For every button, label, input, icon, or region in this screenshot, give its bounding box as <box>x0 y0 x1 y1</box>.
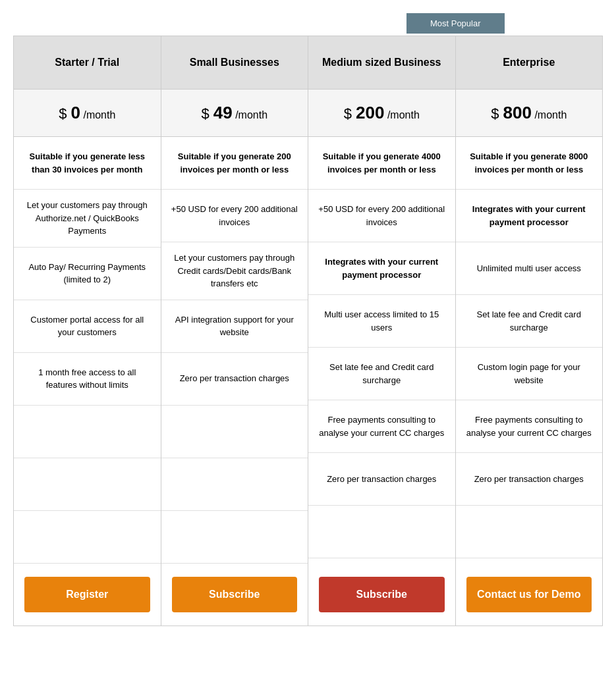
empty-banner: x <box>505 13 603 36</box>
price-period: /month <box>80 109 115 120</box>
col-price-small: $ 49 /month <box>161 89 308 137</box>
col-starter: Starter / Trial$ 0 /monthSuitable if you… <box>14 36 161 625</box>
feature-row-starter-0: Suitable if you generate less than 30 in… <box>14 137 161 190</box>
feature-row-small-4: Zero per transaction charges <box>161 353 308 406</box>
col-enterprise: Enterprise$ 800 /monthSuitable if you ge… <box>456 36 603 625</box>
col-price-medium: $ 200 /month <box>308 89 455 137</box>
feature-row-enterprise-0: Suitable if you generate 8000 invoices p… <box>456 137 603 190</box>
col-medium: Medium sized Business$ 200 /monthSuitabl… <box>308 36 456 625</box>
btn-row-enterprise: Contact us for Demo <box>456 564 603 625</box>
feature-row-starter-2: Auto Pay/ Recurring Payments (limited to… <box>14 248 161 300</box>
feature-row-medium-0: Suitable if you generate 4000 invoices p… <box>308 137 455 190</box>
price-amount: 200 <box>356 103 384 122</box>
price-symbol: $ <box>201 105 213 122</box>
price-period: /month <box>384 109 419 120</box>
feature-row-enterprise-2: Unlimited multi user access <box>456 242 603 295</box>
feature-row-medium-1: +50 USD for every 200 additional invoice… <box>308 190 455 242</box>
price-symbol: $ <box>344 105 356 122</box>
feature-row-starter-5 <box>14 406 161 458</box>
feature-row-starter-4: 1 month free access to all features with… <box>14 353 161 406</box>
feature-row-small-7 <box>161 511 308 564</box>
subscribe-button-enterprise[interactable]: Contact us for Demo <box>466 577 592 612</box>
feature-row-small-0: Suitable if you generate 200 invoices pe… <box>161 137 308 190</box>
feature-row-medium-4: Set late fee and Credit card surcharge <box>308 348 455 400</box>
feature-row-starter-6 <box>14 458 161 511</box>
col-price-starter: $ 0 /month <box>14 89 161 137</box>
col-small: Small Businesses$ 49 /monthSuitable if y… <box>161 36 309 625</box>
banner-spacer2 <box>210 13 406 36</box>
pricing-table: Starter / Trial$ 0 /monthSuitable if you… <box>13 36 603 626</box>
price-symbol: $ <box>491 105 503 122</box>
col-header-enterprise: Enterprise <box>456 36 603 89</box>
feature-row-medium-6: Zero per transaction charges <box>308 453 455 506</box>
pricing-wrapper: Most Popular x Starter / Trial$ 0 /month… <box>13 13 603 626</box>
banner-spacer <box>13 13 210 36</box>
btn-row-starter: Register <box>14 564 161 625</box>
subscribe-button-medium[interactable]: Subscribe <box>319 577 445 612</box>
btn-row-medium: Subscribe <box>308 564 455 625</box>
price-period: /month <box>233 109 267 120</box>
feature-row-small-3: API integration support for your website <box>161 300 308 353</box>
banner-row: Most Popular x <box>13 13 603 36</box>
feature-row-enterprise-1: Integrates with your current payment pro… <box>456 190 603 242</box>
feature-row-small-1: +50 USD for every 200 additional invoice… <box>161 190 308 242</box>
feature-row-enterprise-3: Set late fee and Credit card surcharge <box>456 295 603 348</box>
btn-row-small: Subscribe <box>161 564 308 625</box>
feature-row-starter-3: Customer portal access for all your cust… <box>14 300 161 353</box>
feature-row-enterprise-4: Custom login page for your website <box>456 348 603 400</box>
price-period: /month <box>532 109 567 120</box>
price-amount: 49 <box>213 103 233 122</box>
feature-row-enterprise-7 <box>456 506 603 558</box>
price-symbol: $ <box>59 105 70 122</box>
col-header-starter: Starter / Trial <box>14 36 161 89</box>
feature-row-small-2: Let your customers pay through Credit ca… <box>161 242 308 300</box>
feature-row-starter-7 <box>14 511 161 564</box>
col-header-small: Small Businesses <box>161 36 308 89</box>
feature-row-small-6 <box>161 458 308 511</box>
feature-row-medium-5: Free payments consulting to analyse your… <box>308 400 455 453</box>
most-popular-tag: Most Popular <box>406 13 505 34</box>
price-amount: 800 <box>503 103 532 122</box>
most-popular-banner: Most Popular <box>406 13 505 36</box>
feature-row-starter-1: Let your customers pay through Authorize… <box>14 190 161 248</box>
feature-row-medium-2: Integrates with your current payment pro… <box>308 242 455 295</box>
feature-row-enterprise-6: Zero per transaction charges <box>456 453 603 506</box>
subscribe-button-starter[interactable]: Register <box>24 577 150 612</box>
feature-row-enterprise-5: Free payments consulting to analyse your… <box>456 400 603 453</box>
feature-row-medium-3: Multi user access limited to 15 users <box>308 295 455 348</box>
feature-row-medium-7 <box>308 506 455 558</box>
price-amount: 0 <box>71 103 80 122</box>
col-price-enterprise: $ 800 /month <box>456 89 603 137</box>
subscribe-button-small[interactable]: Subscribe <box>172 577 298 612</box>
feature-row-small-5 <box>161 406 308 458</box>
col-header-medium: Medium sized Business <box>308 36 455 89</box>
